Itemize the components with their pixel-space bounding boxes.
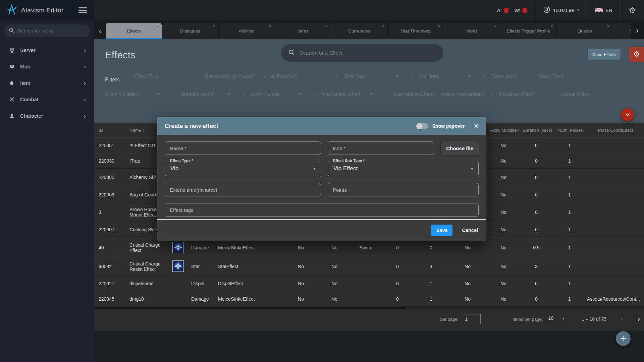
filter-effect-type-0[interactable]: Effect Type▾	[134, 73, 198, 83]
close-icon[interactable]: ×	[269, 24, 271, 29]
table-settings-button[interactable]: ⚙	[629, 47, 644, 62]
sidebar-item-combat[interactable]: Combat›	[0, 91, 94, 108]
col-header-duration[interactable]: Duration (secs)	[521, 128, 554, 133]
cell-type: Damage	[191, 245, 218, 250]
next-page-icon[interactable]: ›	[637, 315, 640, 323]
table-row[interactable]: 90082Critical Charge Resist EffectStatSt…	[94, 257, 644, 276]
effect-name-input[interactable]	[165, 141, 321, 155]
effect-tags-input[interactable]	[165, 203, 479, 217]
add-effect-fab[interactable]: +	[616, 331, 631, 346]
filter-required-effect-10[interactable]: Required Effect	[499, 91, 554, 101]
horizontal-scrollbar-thumb[interactable]	[94, 307, 406, 309]
tab-abilities[interactable]: Abilities×	[219, 23, 274, 39]
filter-skill-mod-5[interactable]: Skill Mod	[419, 73, 461, 83]
extend-time-input[interactable]	[165, 183, 321, 196]
close-icon[interactable]: ×	[156, 24, 159, 29]
filter-force-interruption-9[interactable]: Force Interruption?▾	[442, 91, 492, 101]
items-per-page-select[interactable]: 10 ▾	[547, 315, 566, 323]
cell-removable: No	[285, 296, 319, 302]
tab-stat-threshold[interactable]: Stat Threshold×	[388, 23, 443, 39]
clear-filters-button[interactable]: Clear Filters	[588, 49, 621, 60]
sidebar-item-item[interactable]: Item›	[0, 75, 94, 91]
settings-gear-icon[interactable]: ⚙	[629, 6, 636, 14]
filter-label: Is Passive?	[272, 73, 298, 79]
hamburger-menu-icon[interactable]	[78, 6, 87, 14]
sidebar-item-character[interactable]: Character›	[0, 108, 94, 124]
close-icon[interactable]: ×	[381, 24, 384, 29]
tabs-scroll-left-icon[interactable]: ‹	[94, 23, 106, 39]
filter-eq-4[interactable]: =▾	[396, 73, 413, 83]
tab-skill-profile[interactable]: Skill Profile×	[613, 23, 631, 39]
cell-force: No	[449, 245, 488, 250]
close-icon[interactable]: ×	[494, 24, 497, 29]
filter-num-pulses-4[interactable]: Num. Pulses	[251, 91, 291, 101]
sidebar-item-server[interactable]: Server›	[0, 42, 94, 58]
points-input[interactable]	[328, 183, 479, 196]
filter-eq-7[interactable]: =▾	[370, 91, 387, 101]
col-header-pulses[interactable]: Num. Pulses	[554, 128, 587, 133]
show-popover-toggle[interactable]	[416, 123, 428, 129]
cell-id: 220005	[99, 175, 129, 180]
table-row[interactable]: 220045dmg10DamageMeleeStrikeEffectNoNo01…	[94, 291, 644, 307]
filter-interruption-chan-6[interactable]: Interruption Chan...	[321, 91, 363, 101]
set-page-input[interactable]	[462, 314, 481, 324]
table-row[interactable]: 220027dispelnameDispelDispelEffectNoNo01…	[94, 276, 644, 291]
tab-effects[interactable]: Effects×	[106, 23, 162, 39]
filter-stack-time-8[interactable]: Stack Time▾	[538, 73, 595, 83]
effect-search[interactable]	[281, 44, 443, 62]
filter-interruption-chan-8[interactable]: Interruption Chan...	[393, 91, 435, 101]
tab-effects-trigger-profile[interactable]: Effects Trigger Profile×	[500, 23, 556, 39]
effect-icon-input[interactable]	[328, 141, 434, 155]
cell-id: 40	[99, 245, 129, 250]
filter-is-passive-2[interactable]: Is Passive?▾	[272, 73, 337, 83]
tabs-scroll-right-icon[interactable]: ›	[631, 23, 644, 39]
server-select[interactable]: 10.0.0.98 ▾	[535, 0, 587, 20]
language-select[interactable]: EN	[587, 0, 620, 20]
modal-close-icon[interactable]: ×	[474, 122, 479, 130]
close-icon[interactable]: ×	[325, 24, 328, 29]
filter-eq-1[interactable]: =▾	[157, 91, 174, 101]
cell-name: dmg10	[129, 296, 172, 302]
effect-type-select[interactable]: Effect Type * Vip ▾	[165, 161, 321, 176]
filter-stack-limit-7[interactable]: Stack Limit	[491, 73, 532, 83]
col-header-allow-multiple[interactable]: Allow Multiple?	[488, 128, 521, 133]
tab-quests[interactable]: Quests×	[557, 23, 612, 39]
effect-sub-type-select[interactable]: Effect Sub Type * Vip Effect ▾	[328, 161, 479, 176]
effect-search-input[interactable]	[300, 50, 427, 56]
collapse-filters-fab[interactable]	[621, 108, 634, 121]
dropdown-arrow-icon: ▾	[196, 75, 198, 79]
filter-allow-multiple-0[interactable]: Allow Multiple?▾	[105, 91, 150, 101]
sidebar-item-label: Combat	[20, 97, 84, 103]
filter-eq-5[interactable]: =▾	[298, 91, 315, 101]
close-icon[interactable]: ×	[212, 24, 215, 29]
sidebar-search-input[interactable]	[18, 28, 82, 34]
save-button[interactable]: Save	[431, 225, 452, 236]
cell-coord: Assets/Resources/Cont...	[587, 296, 644, 302]
cancel-button[interactable]: Cancel	[462, 228, 478, 233]
tab-currencies[interactable]: Currencies×	[331, 23, 387, 39]
cell-skill-mod: 0	[382, 264, 415, 269]
tab-bar: ‹ Effects×Dialogues×Abilities×Items×Curr…	[94, 20, 644, 39]
table-row[interactable]: 40Critical Charge EffectDamageMeleeStrik…	[94, 238, 644, 257]
close-icon[interactable]: ×	[438, 24, 440, 29]
filter-eq-3[interactable]: =▾	[227, 91, 244, 101]
col-header-coord[interactable]: Pulse CoordEffect	[587, 128, 644, 133]
filter-eq-6[interactable]: =▾	[468, 73, 485, 83]
effect-type-value: Vip	[170, 165, 178, 172]
filter-duration-secs-2[interactable]: Duration (secs)	[180, 91, 221, 101]
sidebar-item-mob[interactable]: Mob›	[0, 58, 94, 75]
effect-icon	[172, 242, 184, 253]
filter-bonus-effect-11[interactable]: Bonus Effect	[561, 91, 616, 101]
tab-mobs[interactable]: Mobs×	[444, 23, 500, 39]
tab-dialogues[interactable]: Dialogues×	[162, 23, 218, 39]
filter-skill-type-3[interactable]: Skill Type	[344, 73, 389, 83]
tab-items[interactable]: Items×	[275, 23, 331, 39]
cell-allow: No	[488, 158, 521, 164]
sidebar-search[interactable]	[4, 24, 90, 37]
previous-page-icon[interactable]: ‹	[621, 315, 623, 323]
close-icon[interactable]: ×	[607, 24, 609, 29]
choose-file-button[interactable]: Choose file	[441, 141, 479, 155]
col-header-id[interactable]: ID	[99, 128, 129, 133]
filter-removable-by-player-1[interactable]: Removable by Player?▾	[205, 73, 265, 83]
close-icon[interactable]: ×	[550, 24, 553, 29]
